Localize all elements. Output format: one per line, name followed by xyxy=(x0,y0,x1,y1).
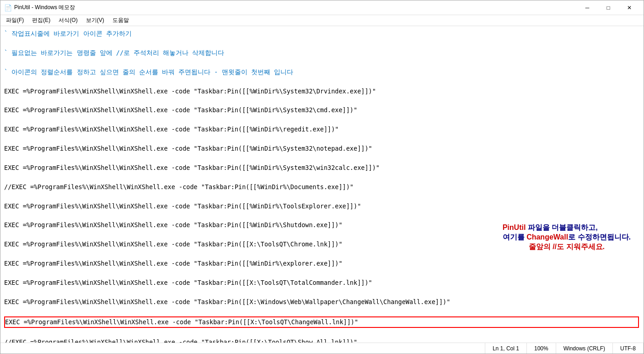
status-bar: Ln 1, Col 1 100% Windows (CRLF) UTF-8 xyxy=(0,343,644,354)
maximize-button[interactable]: □ xyxy=(598,0,619,15)
status-position: Ln 1, Col 1 xyxy=(485,343,527,354)
line-commented-1: //EXEC =%ProgramFiles%\WinXShell\WinXShe… xyxy=(4,182,640,192)
line-exec-2: EXEC =%ProgramFiles%\WinXShell\WinXShell… xyxy=(4,105,640,115)
line-exec-4: EXEC =%ProgramFiles%\WinXShell\WinXShell… xyxy=(4,144,640,153)
minimize-button[interactable]: ─ xyxy=(577,0,598,15)
main-window: 📄 PinUtil - Windows 메모장 ─ □ ✕ 파일(F) 편집(E… xyxy=(0,0,644,354)
line-exec-8: EXEC =%ProgramFiles%\WinXShell\WinXShell… xyxy=(4,240,640,249)
menu-file[interactable]: 파일(F) xyxy=(2,16,27,25)
line-exec-11: EXEC =%ProgramFiles%\WinXShell\WinXShell… xyxy=(4,297,640,307)
status-line-ending: Windows (CRLF) xyxy=(556,343,613,354)
menu-bar: 파일(F) 편집(E) 서식(O) 보기(V) 도움말 xyxy=(0,15,644,26)
line-comment-3: ` 아이콘의 정렬순서를 정하고 싶으면 줄의 순서를 바꿔 주면됩니다 - 맨… xyxy=(4,67,640,77)
line-exec-7: EXEC =%ProgramFiles%\WinXShell\WinXShell… xyxy=(4,220,640,230)
app-icon: 📄 xyxy=(4,4,11,11)
editor-content[interactable]: ` 작업표시줄에 바로가기 아이콘 추가하기 ` 필요없는 바로가기는 명령줄 … xyxy=(0,26,644,343)
status-encoding: UTF-8 xyxy=(613,343,644,354)
line-exec-6: EXEC =%ProgramFiles%\WinXShell\WinXShell… xyxy=(4,202,640,211)
window-controls: ─ □ ✕ xyxy=(577,0,640,15)
line-exec-3: EXEC =%ProgramFiles%\WinXShell\WinXShell… xyxy=(4,125,640,134)
title-bar: 📄 PinUtil - Windows 메모장 ─ □ ✕ xyxy=(0,0,644,15)
status-zoom: 100% xyxy=(527,343,556,354)
window-title: PinUtil - Windows 메모장 xyxy=(14,4,577,11)
line-exec-5: EXEC =%ProgramFiles%\WinXShell\WinXShell… xyxy=(4,163,640,173)
line-comment-1: ` 작업표시줄에 바로가기 아이콘 추가하기 xyxy=(4,29,640,38)
editor-container: ` 작업표시줄에 바로가기 아이콘 추가하기 ` 필요없는 바로가기는 명령줄 … xyxy=(0,26,644,343)
menu-help[interactable]: 도움말 xyxy=(109,16,133,25)
menu-edit[interactable]: 편집(E) xyxy=(28,16,54,25)
menu-format[interactable]: 서식(O) xyxy=(55,16,81,25)
highlighted-exec-line: EXEC =%ProgramFiles%\WinXShell\WinXShell… xyxy=(4,316,639,328)
line-exec-10: EXEC =%ProgramFiles%\WinXShell\WinXShell… xyxy=(4,278,640,288)
line-exec-9: EXEC =%ProgramFiles%\WinXShell\WinXShell… xyxy=(4,259,640,268)
line-exec-1: EXEC =%ProgramFiles%\WinXShell\WinXShell… xyxy=(4,87,640,96)
line-commented-2: //EXEC =%ProgramFiles%\WinXShell\WinXShe… xyxy=(4,338,640,343)
line-comment-2: ` 필요없는 바로가기는 명령줄 앞에 //로 주석처리 해놓거나 삭제합니다 xyxy=(4,48,640,58)
status-empty xyxy=(0,343,485,354)
menu-view[interactable]: 보기(V) xyxy=(82,16,108,25)
line-highlighted: EXEC =%ProgramFiles%\WinXShell\WinXShell… xyxy=(4,316,640,328)
close-button[interactable]: ✕ xyxy=(619,0,640,15)
